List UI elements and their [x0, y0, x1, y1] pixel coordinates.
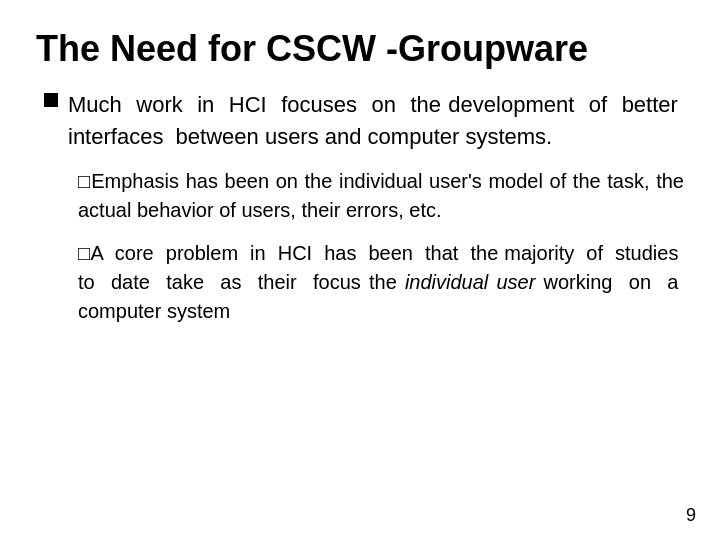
bullet-square-icon [44, 93, 58, 107]
main-bullet: Much work in HCI focuses on the developm… [36, 89, 684, 153]
page-number: 9 [686, 505, 696, 526]
sub-bullet-2: □A core problem in HCI has been that the… [78, 239, 684, 326]
slide-title: The Need for CSCW -Groupware [36, 28, 684, 69]
sub-bullets-container: □Emphasis has been on the individual use… [36, 167, 684, 326]
sub-bullet-1: □Emphasis has been on the individual use… [78, 167, 684, 225]
italic-individual-user: individual user [405, 271, 535, 293]
slide-container: The Need for CSCW -Groupware Much work i… [0, 0, 720, 540]
sub-bullet-1-text: □Emphasis has been on the individual use… [78, 167, 684, 225]
main-bullet-text: Much work in HCI focuses on the developm… [68, 89, 684, 153]
sub-bullet-2-text: □A core problem in HCI has been that the… [78, 239, 684, 326]
